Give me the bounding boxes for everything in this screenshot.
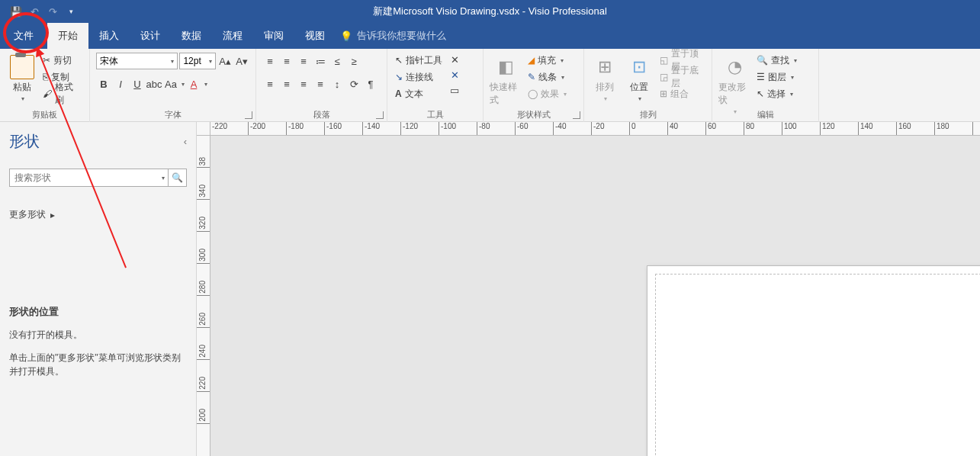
dropdown-icon[interactable]: ▾ [204, 81, 207, 88]
decrease-indent-icon[interactable]: ≤ [329, 53, 345, 69]
text-case-button[interactable]: Aa [163, 76, 178, 92]
ruler-tick: 40 [668, 122, 706, 135]
text-tool-button[interactable]: A文本 [394, 85, 444, 102]
align-right-icon[interactable]: ≡ [296, 76, 311, 92]
workspace: 形状 ‹ 搜索形状 ▾ 🔍 更多形状 ▸ 形状的位置 没有打开的模具。 单击上面… [0, 122, 980, 456]
group-icon: ⊞ [660, 88, 667, 99]
undo-icon[interactable]: ↶ [26, 3, 43, 20]
ruler-tick: -40 [554, 122, 592, 135]
arrange-button[interactable]: ⊞ 排列▾ [590, 52, 620, 102]
horizontal-ruler: -220-200-180-160-140-120-100-80-60-40-20… [210, 122, 980, 136]
align-left-icon[interactable]: ≡ [262, 76, 278, 92]
paste-button[interactable]: 粘贴 ▾ [6, 52, 38, 102]
font-color-button[interactable]: A [186, 76, 201, 92]
more-shapes-menu[interactable]: 更多形状 ▸ [9, 208, 187, 221]
ruler-tick: 160 [897, 122, 935, 135]
text-direction-icon[interactable]: ¶ [363, 76, 378, 92]
ruler-tick: -220 [210, 122, 249, 135]
group-label: 编辑 [712, 109, 818, 120]
crop-icon[interactable]: ✕ [447, 52, 462, 67]
italic-button[interactable]: I [113, 76, 128, 92]
tell-me-search[interactable]: 💡 告诉我你想要做什么 [340, 29, 446, 43]
drawing-canvas[interactable] [210, 136, 980, 456]
layers-icon: ☰ [757, 72, 765, 82]
dropdown-icon[interactable]: ▾ [159, 175, 168, 181]
ruler-tick: 100 [782, 122, 821, 135]
connector-button[interactable]: ↘连接线 [394, 69, 444, 85]
group-label: 剪贴板 [0, 109, 89, 120]
bring-front-icon: ◱ [660, 55, 668, 66]
align-middle-icon[interactable]: ≡ [279, 53, 294, 69]
collapse-icon[interactable]: ‹ [184, 136, 187, 147]
pointer-tool-button[interactable]: ↖指针工具 [394, 52, 444, 69]
tab-home[interactable]: 开始 [47, 23, 88, 49]
tab-review[interactable]: 审阅 [253, 23, 294, 49]
quick-access-toolbar: 💾 ↶ ↷ ▾ [0, 3, 79, 20]
tab-insert[interactable]: 插入 [88, 23, 130, 49]
arrange-icon: ⊞ [593, 55, 617, 79]
find-button[interactable]: 🔍查找▾ [755, 52, 798, 69]
align-center-icon[interactable]: ≡ [279, 76, 294, 92]
ruler-tick: -60 [516, 122, 554, 135]
fill-button[interactable]: ◢填充▾ [526, 52, 568, 69]
change-shape-icon: ◔ [722, 55, 747, 79]
connection-point-icon[interactable]: ✕ [447, 67, 462, 82]
ruler-tick: 280 [197, 264, 210, 296]
send-back-button[interactable]: ◲置于底层 [658, 69, 705, 85]
pen-icon: ✎ [528, 72, 535, 82]
group-button[interactable]: ⊞组合 [658, 85, 705, 102]
bullets-icon[interactable]: ≔ [313, 53, 328, 69]
font-name-select[interactable]: 宋体▾ [96, 53, 178, 69]
tab-view[interactable]: 视图 [294, 23, 336, 49]
bold-button[interactable]: B [96, 76, 111, 92]
align-top-icon[interactable]: ≡ [262, 53, 278, 69]
search-input[interactable]: 搜索形状 [10, 172, 157, 185]
position-button[interactable]: ⊡ 位置▾ [625, 52, 654, 102]
shape-search[interactable]: 搜索形状 ▾ 🔍 [9, 169, 187, 187]
rectangle-tool-icon[interactable]: ▭ [447, 82, 462, 98]
group-shape-styles: ◧ 快速样式 ◢填充▾ ✎线条▾ ◯效果▾ 形状样式 [484, 49, 584, 122]
dialog-launcher[interactable] [573, 111, 580, 119]
quick-styles-button[interactable]: ◧ 快速样式 [490, 52, 522, 107]
effects-button[interactable]: ◯效果▾ [526, 85, 568, 102]
bucket-icon: ◢ [528, 55, 535, 66]
cut-button[interactable]: ✂剪切 [41, 52, 83, 69]
layers-button[interactable]: ☰图层▾ [755, 69, 798, 85]
underline-button[interactable]: U [130, 76, 145, 92]
font-size-select[interactable]: 12pt▾ [179, 53, 216, 69]
dropdown-icon[interactable]: ▾ [182, 81, 185, 88]
increase-indent-icon[interactable]: ≥ [346, 53, 361, 69]
tab-data[interactable]: 数据 [171, 23, 212, 49]
justify-icon[interactable]: ≡ [313, 76, 328, 92]
line-spacing-icon[interactable]: ↕ [329, 76, 345, 92]
quick-styles-icon: ◧ [493, 55, 518, 79]
paste-label: 粘贴 [13, 81, 31, 94]
redo-icon[interactable]: ↷ [44, 3, 61, 20]
title-bar: 💾 ↶ ↷ ▾ 新建Microsoft Visio Drawing.vsdx -… [0, 0, 980, 23]
select-button[interactable]: ↖选择▾ [755, 85, 798, 102]
tell-me-label: 告诉我你想要做什么 [357, 29, 446, 43]
grow-font-icon[interactable]: A▴ [217, 53, 233, 69]
shapes-pane-title: 形状 ‹ [9, 131, 187, 152]
save-icon[interactable]: 💾 [8, 3, 24, 20]
connector-icon: ↘ [395, 72, 403, 82]
dropdown-icon: ▾ [21, 95, 24, 102]
align-bottom-icon[interactable]: ≡ [296, 53, 311, 69]
tab-design[interactable]: 设计 [130, 23, 171, 49]
dialog-launcher[interactable] [245, 111, 252, 119]
dialog-launcher[interactable] [376, 111, 384, 119]
search-icon[interactable]: 🔍 [168, 169, 186, 187]
strike-button[interactable]: abc [146, 76, 162, 92]
quick-styles-label: 快速样式 [490, 81, 522, 107]
send-back-icon: ◲ [660, 72, 668, 82]
ruler-tick: 240 [197, 328, 210, 360]
format-painter-button[interactable]: 🖌格式刷 [41, 85, 83, 102]
group-paragraph: ≡ ≡ ≡ ≔ ≤ ≥ ≡ ≡ ≡ ≡ ↕ ⟳ ¶ 段落 [256, 49, 387, 122]
no-stencil-text: 没有打开的模具。 [9, 328, 187, 342]
change-shape-button[interactable]: ◔ 更改形状▾ [718, 52, 750, 115]
tab-process[interactable]: 流程 [212, 23, 253, 49]
rotate-text-icon[interactable]: ⟳ [346, 76, 361, 92]
qat-dropdown-icon[interactable]: ▾ [63, 3, 79, 20]
line-button[interactable]: ✎线条▾ [526, 69, 568, 85]
shrink-font-icon[interactable]: A▾ [234, 53, 249, 69]
